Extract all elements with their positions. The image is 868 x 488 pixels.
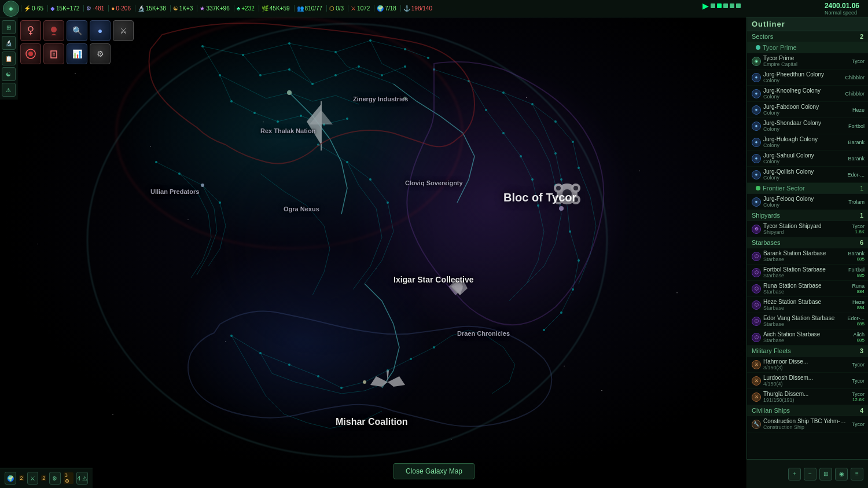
starbase-icon-3: ⬡ [752, 300, 761, 310]
svg-point-18 [300, 115, 302, 117]
starbase-item-0[interactable]: ⬡ Barank Station Starbase Starbase Baran… [747, 248, 868, 265]
hud-minerals: ◆ 15K+172 [47, 5, 82, 12]
svg-point-15 [230, 100, 233, 102]
map-filter-button[interactable]: ⊞ [819, 468, 832, 480]
colony-item-4[interactable]: ● Jurg-Huloagh Colony Colony Barank [747, 134, 868, 151]
colony-icon-2: ● [752, 105, 761, 115]
colony-item-0[interactable]: ● Jurg-Pheedthun Colony Colony Chibblor [747, 69, 868, 86]
svg-point-36 [569, 230, 571, 233]
svg-point-10 [334, 74, 337, 76]
play-pause-button[interactable]: ▶ [703, 1, 709, 10]
map-view-btn[interactable]: ⊞ [2, 20, 16, 34]
galaxy-map[interactable]: Bloc of Tycor Ixigar Star Collective Mis… [0, 0, 752, 488]
factions-btn[interactable]: ☯ [2, 67, 16, 81]
svg-point-31 [531, 178, 534, 181]
situation-log-btn[interactable]: 📊 [67, 43, 87, 64]
starbase-item-1[interactable]: ⬡ Fortbol Station Starbase Starbase Fort… [747, 265, 868, 281]
close-galaxy-map-button[interactable]: Close Galaxy Map [393, 463, 475, 479]
svg-point-1 [242, 54, 244, 56]
civilian-ship-icon-0: 🔧 [752, 420, 761, 429]
fleet-item-1[interactable]: ⚔ Lurdoosh Dissem... 4/150(4) Tycor [747, 373, 868, 389]
colony-icon-3: ● [752, 122, 761, 131]
sectors-section[interactable]: Sectors 2 [747, 31, 868, 42]
military-fleets-section[interactable]: Military Fleets 3 [747, 346, 868, 357]
svg-point-2 [288, 42, 290, 45]
svg-point-45 [230, 335, 233, 337]
fleet-item-0[interactable]: ⚔ Hahmoor Disse... 3/150(3) Tycor [747, 357, 868, 373]
svg-point-59 [403, 97, 407, 100]
svg-point-71 [556, 197, 561, 202]
outliner-panel: Outliner Sectors 2 Tycor Prime ◈ Tycor P… [746, 17, 868, 488]
colony-item-6[interactable]: ● Jurg-Qollish Colony Colony Edor-... [747, 167, 868, 183]
science-btn[interactable]: 🔍 [67, 20, 87, 41]
hud-planets: 🌍 7/18 [374, 5, 398, 12]
frontier-sector-indicator [756, 186, 760, 190]
svg-point-69 [556, 186, 561, 190]
svg-point-12 [381, 74, 383, 76]
top-icon-row-2: 📊 ⚙ [20, 43, 111, 64]
bottom-icon-3[interactable]: ⚙ [49, 472, 61, 485]
svg-point-5 [404, 48, 406, 50]
policies-btn[interactable]: 📋 [2, 52, 16, 65]
colony-item-3[interactable]: ● Jurg-Shondaar Colony Colony Fortbol [747, 118, 868, 134]
bottom-badge-1: 2 [19, 475, 24, 481]
tycor-prime-subsection[interactable]: Tycor Prime [747, 42, 868, 53]
hud-energy: ⚡ 0-65 [21, 5, 46, 12]
svg-point-44 [387, 201, 389, 204]
svg-point-40 [543, 329, 545, 331]
bottom-icon-4[interactable]: 4 ⚠ [76, 472, 88, 485]
svg-point-30 [520, 155, 522, 157]
tycor-prime-capital-item[interactable]: ◈ Tycor Prime Empire Capital Tycor [747, 53, 868, 69]
map-mode-button[interactable]: ◉ [835, 468, 848, 480]
svg-rect-78 [51, 51, 57, 58]
diplomacy-btn[interactable] [20, 43, 41, 64]
speed-dot-5 [736, 3, 741, 8]
starbases-section[interactable]: Starbases 6 [747, 237, 868, 248]
frontier-sector-subsection[interactable]: Frontier Sector 1 [747, 183, 868, 194]
colony-item-1[interactable]: ● Jurg-Knoolheg Colony Colony Chibblor [747, 86, 868, 102]
technology-btn[interactable]: 🔬 [2, 36, 16, 50]
speed-controls: ▶ [700, 0, 744, 12]
civilian-ship-item-0[interactable]: 🔧 Construction Ship TBC Yehm-Gilrand Con… [747, 416, 868, 432]
starbase-item-2[interactable]: ⬡ Runa Station Starbase Starbase Runa 88… [747, 281, 868, 297]
svg-point-24 [531, 103, 534, 105]
svg-point-42 [346, 161, 348, 163]
bottom-icon-1[interactable]: 🌍 [5, 472, 16, 485]
situations-btn[interactable]: ⚠ [2, 83, 16, 97]
starbase-item-5[interactable]: ⬡ Aiich Station Starbase Starbase Aiich … [747, 329, 868, 346]
shipyard-icon: ⚙ [752, 225, 761, 234]
svg-point-48 [317, 375, 319, 377]
layer-button[interactable]: ≡ [851, 468, 863, 480]
starbase-item-3[interactable]: ⬡ Heze Station Starbase Starbase Heze 88… [747, 297, 868, 313]
frontier-colony-item[interactable]: ● Jurg-Felooq Colony Colony Trolam [747, 194, 868, 210]
hud-consumer-goods: ● 0-206 [108, 5, 133, 12]
svg-point-53 [433, 346, 435, 348]
settings-btn[interactable]: ⚙ [90, 43, 111, 64]
svg-point-23 [502, 91, 505, 94]
empire-btn[interactable] [20, 20, 41, 41]
hud-influence: ★ 337K+96 [197, 5, 231, 12]
svg-point-9 [311, 83, 314, 85]
hud-navcap: ⚓ 198/140 [400, 5, 435, 12]
empire-icon[interactable]: ◈ [3, 1, 19, 17]
svg-point-16 [253, 112, 256, 114]
government-btn[interactable] [43, 43, 64, 64]
colony-item-2[interactable]: ● Jurg-Fabdoon Colony Colony Heze [747, 102, 868, 118]
tycor-prime-indicator [756, 45, 760, 50]
shipyards-section[interactable]: Shipyards 1 [747, 210, 868, 221]
fleet-item-2[interactable]: ⚔ Thurgla Dissem... 191/150(191) Tycor 1… [747, 389, 868, 405]
colony-icon-4: ● [752, 138, 761, 147]
starbase-item-4[interactable]: ⬡ Edor Vang Station Starbase Starbase Ed… [747, 313, 868, 329]
fleets-btn[interactable]: ⚔ [113, 20, 134, 41]
svg-point-74 [28, 27, 33, 31]
colony-item-5[interactable]: ● Jurg-Sahuul Colony Colony Barank [747, 151, 868, 167]
zoom-out-button[interactable]: − [804, 468, 816, 480]
zoom-in-button[interactable]: + [788, 468, 801, 480]
planets-btn[interactable]: ● [90, 20, 111, 41]
shipyard-item[interactable]: ⚙ Tycor Station Shipyard Shipyard Tycor … [747, 221, 868, 237]
svg-point-29 [502, 132, 505, 134]
civilian-ships-section[interactable]: Civilian Ships 4 [747, 405, 868, 416]
colony-icon-0: ● [752, 73, 761, 82]
species-btn[interactable] [43, 20, 64, 41]
bottom-icon-2[interactable]: ⚔ [27, 472, 39, 485]
